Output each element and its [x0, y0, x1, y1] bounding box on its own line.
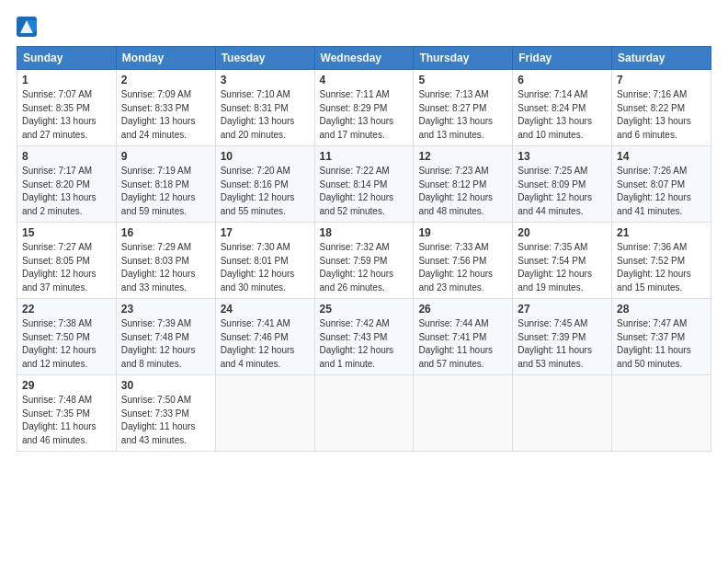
table-row: 9Sunrise: 7:19 AM Sunset: 8:18 PM Daylig…: [116, 146, 215, 223]
day-info: Sunrise: 7:47 AM Sunset: 7:37 PM Dayligh…: [617, 317, 706, 371]
table-row: 21Sunrise: 7:36 AM Sunset: 7:52 PM Dayli…: [612, 223, 711, 299]
day-number: 27: [518, 303, 607, 316]
day-number: 3: [221, 74, 310, 86]
table-row: 29Sunrise: 7:48 AM Sunset: 7:35 PM Dayli…: [17, 375, 117, 452]
col-saturday: Saturday: [612, 47, 711, 70]
day-number: 7: [617, 74, 706, 86]
table-row: [314, 375, 414, 452]
day-info: Sunrise: 7:35 AM Sunset: 7:54 PM Dayligh…: [518, 241, 607, 294]
table-row: 10Sunrise: 7:20 AM Sunset: 8:16 PM Dayli…: [215, 146, 314, 223]
day-number: 1: [22, 74, 111, 86]
day-number: 13: [518, 150, 607, 163]
table-row: [414, 375, 513, 452]
col-wednesday: Wednesday: [314, 47, 414, 70]
table-row: 1Sunrise: 7:07 AM Sunset: 8:35 PM Daylig…: [17, 70, 117, 146]
day-info: Sunrise: 7:25 AM Sunset: 8:09 PM Dayligh…: [518, 165, 607, 218]
day-info: Sunrise: 7:45 AM Sunset: 7:39 PM Dayligh…: [518, 317, 607, 371]
table-row: 11Sunrise: 7:22 AM Sunset: 8:14 PM Dayli…: [314, 146, 414, 223]
col-thursday: Thursday: [414, 47, 513, 70]
col-monday: Monday: [116, 47, 215, 70]
day-info: Sunrise: 7:32 AM Sunset: 7:59 PM Dayligh…: [320, 241, 409, 294]
day-info: Sunrise: 7:26 AM Sunset: 8:07 PM Dayligh…: [617, 165, 706, 218]
table-row: 4Sunrise: 7:11 AM Sunset: 8:29 PM Daylig…: [314, 70, 414, 146]
day-info: Sunrise: 7:16 AM Sunset: 8:22 PM Dayligh…: [617, 88, 706, 142]
day-info: Sunrise: 7:29 AM Sunset: 8:03 PM Dayligh…: [121, 241, 210, 294]
day-number: 8: [22, 150, 111, 163]
table-row: [513, 375, 612, 452]
calendar-week-row: 1Sunrise: 7:07 AM Sunset: 8:35 PM Daylig…: [17, 70, 711, 146]
day-number: 24: [221, 303, 310, 316]
logo: [17, 17, 40, 37]
table-row: 18Sunrise: 7:32 AM Sunset: 7:59 PM Dayli…: [314, 223, 414, 299]
day-number: 28: [617, 303, 706, 316]
day-info: Sunrise: 7:17 AM Sunset: 8:20 PM Dayligh…: [22, 165, 111, 218]
day-info: Sunrise: 7:50 AM Sunset: 7:33 PM Dayligh…: [121, 394, 210, 447]
day-info: Sunrise: 7:22 AM Sunset: 8:14 PM Dayligh…: [320, 165, 409, 218]
day-info: Sunrise: 7:39 AM Sunset: 7:48 PM Dayligh…: [121, 317, 210, 371]
col-tuesday: Tuesday: [215, 47, 314, 70]
table-row: 2Sunrise: 7:09 AM Sunset: 8:33 PM Daylig…: [116, 70, 215, 146]
day-info: Sunrise: 7:33 AM Sunset: 7:56 PM Dayligh…: [418, 241, 507, 294]
day-number: 26: [418, 303, 507, 316]
day-number: 4: [320, 74, 409, 86]
table-row: 5Sunrise: 7:13 AM Sunset: 8:27 PM Daylig…: [414, 70, 513, 146]
calendar-week-row: 29Sunrise: 7:48 AM Sunset: 7:35 PM Dayli…: [17, 375, 711, 452]
day-info: Sunrise: 7:11 AM Sunset: 8:29 PM Dayligh…: [320, 88, 409, 142]
day-info: Sunrise: 7:41 AM Sunset: 7:46 PM Dayligh…: [221, 317, 310, 371]
day-info: Sunrise: 7:10 AM Sunset: 8:31 PM Dayligh…: [221, 88, 310, 142]
day-info: Sunrise: 7:23 AM Sunset: 8:12 PM Dayligh…: [418, 165, 507, 218]
day-info: Sunrise: 7:38 AM Sunset: 7:50 PM Dayligh…: [22, 317, 111, 371]
table-row: 23Sunrise: 7:39 AM Sunset: 7:48 PM Dayli…: [116, 299, 215, 375]
day-info: Sunrise: 7:19 AM Sunset: 8:18 PM Dayligh…: [121, 165, 210, 218]
table-row: 12Sunrise: 7:23 AM Sunset: 8:12 PM Dayli…: [414, 146, 513, 223]
day-info: Sunrise: 7:48 AM Sunset: 7:35 PM Dayligh…: [22, 394, 111, 447]
day-info: Sunrise: 7:14 AM Sunset: 8:24 PM Dayligh…: [518, 88, 607, 142]
col-sunday: Sunday: [17, 47, 117, 70]
day-number: 6: [518, 74, 607, 86]
day-number: 18: [320, 226, 409, 239]
table-row: 14Sunrise: 7:26 AM Sunset: 8:07 PM Dayli…: [612, 146, 711, 223]
table-row: 30Sunrise: 7:50 AM Sunset: 7:33 PM Dayli…: [116, 375, 215, 452]
table-row: 19Sunrise: 7:33 AM Sunset: 7:56 PM Dayli…: [414, 223, 513, 299]
day-number: 30: [121, 379, 210, 392]
day-number: 23: [121, 303, 210, 316]
day-number: 15: [22, 226, 111, 239]
calendar-week-row: 15Sunrise: 7:27 AM Sunset: 8:05 PM Dayli…: [17, 223, 711, 299]
day-info: Sunrise: 7:27 AM Sunset: 8:05 PM Dayligh…: [22, 241, 111, 294]
day-number: 25: [320, 303, 409, 316]
logo-icon: [17, 17, 37, 37]
table-row: 24Sunrise: 7:41 AM Sunset: 7:46 PM Dayli…: [215, 299, 314, 375]
calendar-table: Sunday Monday Tuesday Wednesday Thursday…: [17, 46, 711, 452]
table-row: 15Sunrise: 7:27 AM Sunset: 8:05 PM Dayli…: [17, 223, 117, 299]
day-info: Sunrise: 7:30 AM Sunset: 8:01 PM Dayligh…: [221, 241, 310, 294]
day-info: Sunrise: 7:13 AM Sunset: 8:27 PM Dayligh…: [418, 88, 507, 142]
table-row: 20Sunrise: 7:35 AM Sunset: 7:54 PM Dayli…: [513, 223, 612, 299]
table-row: 7Sunrise: 7:16 AM Sunset: 8:22 PM Daylig…: [612, 70, 711, 146]
day-info: Sunrise: 7:42 AM Sunset: 7:43 PM Dayligh…: [320, 317, 409, 371]
table-row: 8Sunrise: 7:17 AM Sunset: 8:20 PM Daylig…: [17, 146, 117, 223]
day-number: 9: [121, 150, 210, 163]
day-info: Sunrise: 7:36 AM Sunset: 7:52 PM Dayligh…: [617, 241, 706, 294]
day-info: Sunrise: 7:44 AM Sunset: 7:41 PM Dayligh…: [418, 317, 507, 371]
calendar-week-row: 22Sunrise: 7:38 AM Sunset: 7:50 PM Dayli…: [17, 299, 711, 375]
table-row: 13Sunrise: 7:25 AM Sunset: 8:09 PM Dayli…: [513, 146, 612, 223]
day-info: Sunrise: 7:09 AM Sunset: 8:33 PM Dayligh…: [121, 88, 210, 142]
day-number: 12: [418, 150, 507, 163]
table-row: 28Sunrise: 7:47 AM Sunset: 7:37 PM Dayli…: [612, 299, 711, 375]
table-row: 26Sunrise: 7:44 AM Sunset: 7:41 PM Dayli…: [414, 299, 513, 375]
day-number: 19: [418, 226, 507, 239]
day-info: Sunrise: 7:07 AM Sunset: 8:35 PM Dayligh…: [22, 88, 111, 142]
day-number: 17: [221, 226, 310, 239]
table-row: 25Sunrise: 7:42 AM Sunset: 7:43 PM Dayli…: [314, 299, 414, 375]
day-number: 22: [22, 303, 111, 316]
table-row: 22Sunrise: 7:38 AM Sunset: 7:50 PM Dayli…: [17, 299, 117, 375]
page: Sunday Monday Tuesday Wednesday Thursday…: [0, 0, 728, 563]
day-number: 2: [121, 74, 210, 86]
day-number: 11: [320, 150, 409, 163]
day-number: 20: [518, 226, 607, 239]
table-row: 6Sunrise: 7:14 AM Sunset: 8:24 PM Daylig…: [513, 70, 612, 146]
day-number: 10: [221, 150, 310, 163]
calendar-week-row: 8Sunrise: 7:17 AM Sunset: 8:20 PM Daylig…: [17, 146, 711, 223]
col-friday: Friday: [513, 47, 612, 70]
day-number: 5: [418, 74, 507, 86]
